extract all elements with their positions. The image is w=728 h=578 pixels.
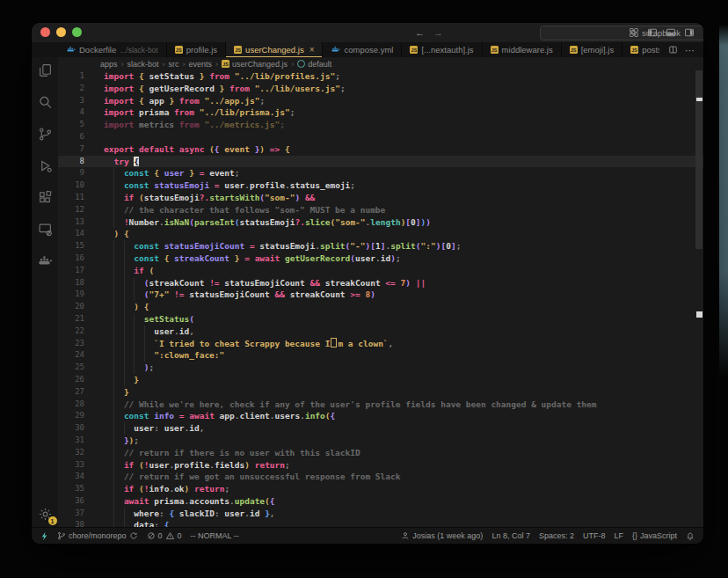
- code-line[interactable]: 4import prisma from "../lib/prisma.js";: [58, 106, 703, 119]
- line-content: }: [84, 386, 129, 399]
- source-control-icon[interactable]: [38, 127, 53, 142]
- code-line[interactable]: 30user: user.id,: [58, 422, 703, 435]
- code-editor[interactable]: 1import { setStatus } from "../lib/profi…: [58, 70, 703, 527]
- docker-view-icon[interactable]: [37, 253, 53, 269]
- toggle-panel-icon[interactable]: [666, 27, 676, 38]
- code-line[interactable]: 16const { streakCount } = await getUserR…: [58, 252, 703, 265]
- search-view-icon[interactable]: [38, 95, 53, 110]
- code-line[interactable]: 31});: [58, 435, 703, 447]
- code-line[interactable]: 20) {: [58, 301, 703, 313]
- forward-icon[interactable]: →: [433, 27, 443, 38]
- code-line[interactable]: 36await prisma.accounts.update({: [58, 495, 703, 508]
- code-line[interactable]: 21setStatus(: [58, 313, 703, 326]
- lightning-icon: [40, 531, 48, 541]
- token-pn: ;: [456, 241, 462, 251]
- vim-mode-indicator[interactable]: -- NORMAL --: [191, 531, 239, 540]
- code-line[interactable]: 27}: [58, 386, 703, 399]
- code-line[interactable]: 8try {: [58, 156, 703, 168]
- breadcrumb-item-src[interactable]: src: [169, 60, 179, 69]
- minimize-window-button[interactable]: [56, 27, 66, 37]
- token-pln: data: [134, 520, 154, 527]
- token-op: =: [174, 411, 189, 421]
- code-line[interactable]: 1import { setStatus } from "../lib/profi…: [58, 70, 703, 83]
- code-line[interactable]: 3import { app } from "../app.js";: [58, 95, 703, 107]
- code-line[interactable]: 35if (!info.ok) return;: [58, 483, 703, 495]
- tab--...nextauth-.js[interactable]: JS[...nextauth].js: [402, 42, 482, 57]
- indentation-status[interactable]: Spaces: 2: [539, 531, 574, 540]
- code-line[interactable]: 19("7+" != statusEmojiCount && streakCou…: [58, 289, 703, 301]
- line-content: const info = await app.client.users.info…: [84, 410, 335, 422]
- code-line[interactable]: 18(streakCount != statusEmojiCount && st…: [58, 277, 703, 289]
- tab-dockerfile[interactable]: Dockerfile.../slack-bot: [58, 42, 167, 57]
- split-editor-icon[interactable]: [668, 45, 678, 55]
- problems-status[interactable]: 0 0: [147, 531, 182, 540]
- token-pn: ;: [149, 362, 154, 372]
- toggle-primary-sidebar-icon[interactable]: [647, 27, 658, 38]
- code-line[interactable]: 2import { getUserRecord } from "../lib/u…: [58, 83, 703, 95]
- code-line[interactable]: 12// the character that follows "som-" M…: [58, 204, 703, 216]
- tab-posts.js[interactable]: JSposts.js: [622, 42, 659, 57]
- cursor-position[interactable]: Ln 8, Col 7: [491, 531, 530, 540]
- token-cst: const: [124, 180, 154, 190]
- code-line[interactable]: 9const { user } = event;: [58, 167, 703, 179]
- settings-gear-button[interactable]: 1: [38, 507, 53, 522]
- tab-label: Dockerfile: [79, 45, 116, 55]
- breadcrumb-item-events[interactable]: events: [189, 60, 213, 69]
- code-line[interactable]: 34// return if we got an unsuccessful re…: [58, 471, 703, 483]
- code-line[interactable]: 5import metrics from "../metrics.js";: [58, 119, 703, 131]
- code-line[interactable]: 24":clown_face:": [58, 349, 703, 362]
- code-line[interactable]: 14) {: [58, 228, 703, 240]
- code-line[interactable]: 32// return if there is no user with thi…: [58, 447, 703, 459]
- code-line[interactable]: 7export default async ({ event }) => {: [58, 143, 703, 156]
- tab-middleware.js[interactable]: JSmiddleware.js: [483, 42, 562, 57]
- editor-scrollbar[interactable]: [695, 70, 703, 527]
- code-line[interactable]: 6: [58, 131, 703, 143]
- token-str: "som-": [335, 217, 365, 227]
- code-line[interactable]: 29const info = await app.client.users.in…: [58, 410, 703, 422]
- code-line[interactable]: 26}: [58, 374, 703, 386]
- indent: [104, 265, 113, 277]
- git-branch-status[interactable]: chore/monorepo: [57, 531, 138, 540]
- notifications-bell-icon[interactable]: [686, 531, 695, 541]
- code-line[interactable]: 25);: [58, 362, 703, 374]
- explorer-icon[interactable]: [38, 63, 53, 78]
- indent: [104, 495, 113, 508]
- extensions-icon[interactable]: [38, 190, 53, 205]
- code-line[interactable]: 11if (statusEmoji?.startsWith("som-") &&: [58, 192, 703, 204]
- token-pln: prisma: [154, 496, 184, 506]
- language-mode[interactable]: {} JavaScript: [632, 531, 677, 540]
- code-line[interactable]: 23`I tried to cheat Scrappy because Im a…: [58, 338, 703, 350]
- tab--emoji-.js[interactable]: JS[emoji].js: [562, 42, 622, 57]
- token-pn: ;: [280, 120, 285, 129]
- token-pn: ;: [134, 435, 139, 445]
- code-line[interactable]: 15const statusEmojiCount = statusEmoji.s…: [58, 240, 703, 252]
- tab-compose.yml[interactable]: compose.yml: [323, 42, 402, 57]
- code-line[interactable]: 13!Number.isNaN(parseInt(statusEmoji?.sl…: [58, 216, 703, 229]
- toggle-secondary-sidebar-icon[interactable]: [684, 27, 695, 38]
- code-line[interactable]: 33if (!user.profile.fields) return;: [58, 459, 703, 472]
- breadcrumb-item-default[interactable]: default: [297, 60, 331, 69]
- breadcrumb-item-userchanged.js[interactable]: JSuserChanged.js: [222, 60, 288, 69]
- indent-guide: [113, 252, 123, 265]
- git-blame-status[interactable]: Josias (1 week ago): [401, 531, 483, 540]
- close-window-button[interactable]: [40, 27, 50, 37]
- encoding-status[interactable]: UTF-8: [583, 531, 606, 540]
- code-line[interactable]: 10const statusEmoji = user.profile.statu…: [58, 179, 703, 192]
- code-line[interactable]: 28// While we're here, check if any of t…: [58, 399, 703, 411]
- tab-close-icon[interactable]: ×: [309, 46, 315, 55]
- code-line[interactable]: 17if (: [58, 265, 703, 277]
- breadcrumb-item-apps[interactable]: apps: [100, 60, 118, 69]
- tab-userchanged.js[interactable]: JSuserChanged.js×: [226, 42, 323, 57]
- code-line[interactable]: 37where: { slackID: user.id },: [58, 508, 703, 520]
- code-line[interactable]: 22user.id,: [58, 326, 703, 338]
- customize-layout-icon[interactable]: [629, 27, 639, 38]
- breadcrumb-item-slack-bot[interactable]: slack-bot: [127, 60, 159, 69]
- run-debug-icon[interactable]: [38, 158, 53, 173]
- zoom-window-button[interactable]: [72, 27, 82, 37]
- tab-profile.js[interactable]: JSprofile.js: [167, 42, 226, 57]
- eol-status[interactable]: LF: [614, 531, 623, 540]
- back-icon[interactable]: ←: [415, 27, 425, 38]
- code-line[interactable]: 38data: {: [58, 519, 703, 527]
- remote-indicator[interactable]: [40, 531, 48, 541]
- remote-explorer-icon[interactable]: [38, 222, 53, 237]
